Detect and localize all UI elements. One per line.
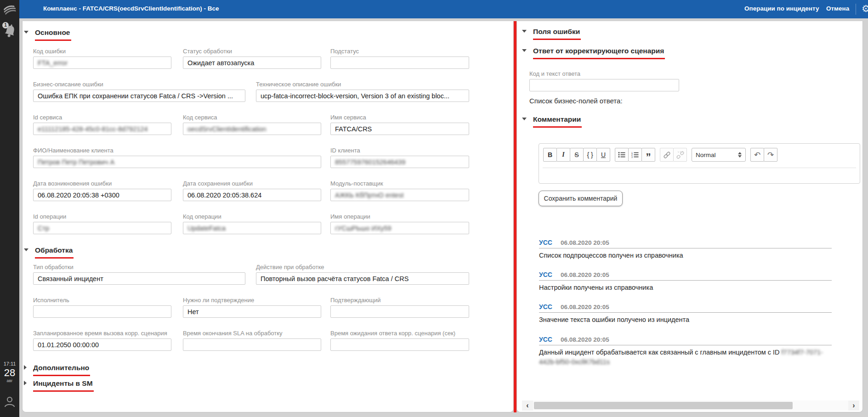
comment-item: УСС 06.08.2020 20:05 Настройки получены … <box>539 271 832 293</box>
confirmation-needed-input[interactable]: Нет <box>183 305 321 318</box>
comment-header: УСС 06.08.2020 20:05 <box>539 303 832 313</box>
sla-end-time-input[interactable] <box>183 338 321 351</box>
comment-author: УСС <box>539 271 552 278</box>
section-processing-header[interactable]: Обработка <box>24 246 74 259</box>
substatus-input[interactable] <box>330 56 469 69</box>
app-root: 1 17:11 28 авг Комплаенс - FATCA/CRS(oec… <box>0 0 868 417</box>
field-service-code: Код сервиса oecdSrvClientIdentification <box>183 114 321 135</box>
field-service-name: Имя сервиса FATCA/CRS <box>330 114 469 135</box>
unlink-button[interactable] <box>673 148 687 162</box>
response-code-input[interactable] <box>529 79 679 91</box>
confirmer-input[interactable] <box>330 305 469 318</box>
chevron-right-icon <box>24 381 27 385</box>
chevron-down-icon <box>522 30 527 33</box>
cancel-button[interactable]: Отмена <box>826 5 849 12</box>
processing-status-input[interactable]: Ожидает автозапуска <box>183 56 321 69</box>
section-response-header[interactable]: Ответ от корректирующего сценария <box>522 47 665 59</box>
save-comment-button[interactable]: Сохранить комментарий <box>539 191 623 206</box>
field-response-code: Код и текст ответа <box>529 70 679 91</box>
ordered-list-icon: 1 2 3 <box>631 152 639 158</box>
save-date-input[interactable]: 06.08.2020 20:05:38.624 <box>183 189 321 201</box>
redo-button[interactable]: ↷ <box>764 148 777 162</box>
service-name-input[interactable]: FATCA/CRS <box>330 123 469 135</box>
business-description-input[interactable]: Ошибка ЕПК при сохранении статусов Fatca… <box>33 90 245 102</box>
field-label: Техническое описание ошибки <box>256 81 469 88</box>
field-label: Код операции <box>183 213 321 220</box>
operation-id-input[interactable]: Стр <box>33 222 171 234</box>
field-label: Дата сохранения ошибки <box>183 180 321 187</box>
section-comments-header[interactable]: Комментарии <box>522 115 582 128</box>
topbar-divider <box>856 4 856 15</box>
executor-input[interactable] <box>33 305 171 318</box>
service-code-input[interactable]: oecdSrvClientIdentification <box>183 123 321 135</box>
comment-author: УСС <box>539 336 552 343</box>
section-additional-label: Дополнительно <box>33 364 90 376</box>
field-operation-name: Имя операции гУСшРЬшо ИХу59 <box>330 213 469 234</box>
service-id-input[interactable]: e11112185-428-45c0-81cc-8d792124 <box>33 123 171 135</box>
chevron-down-icon <box>522 49 527 52</box>
bullet-list-button[interactable] <box>615 148 629 162</box>
field-label: Дата возникновения ошибки <box>33 180 171 187</box>
field-scheduled-call-time: Запланированное время вызова корр. сцена… <box>33 330 171 351</box>
scrollbar-thumb[interactable] <box>534 402 793 409</box>
field-client-id: ID клиента 8557759760152646439 <box>330 147 469 168</box>
settings-gear-icon[interactable]: ⚙ <box>862 3 868 14</box>
technical-description-input[interactable]: ucp-fatca-incorrect-block-version, Versi… <box>256 90 469 102</box>
section-additional-header[interactable]: Дополнительно <box>24 364 90 376</box>
client-name-input[interactable]: Петров Петр Петрович А <box>33 156 321 168</box>
operation-code-input[interactable]: UpdateFatca <box>183 222 321 234</box>
notifications-bell-icon[interactable]: 1 <box>3 23 17 39</box>
bold-button[interactable]: B <box>543 148 557 162</box>
code-button[interactable]: { } <box>583 148 597 162</box>
field-operation-id: Id операции Стр <box>33 213 171 234</box>
field-label: Id операции <box>33 213 171 220</box>
operation-name-input[interactable]: гУСшРЬшо ИХу59 <box>330 222 469 234</box>
ordered-list-button[interactable]: 1 2 3 <box>628 148 642 162</box>
horizontal-scrollbar: ‹ › <box>522 400 859 411</box>
section-incidents-sm-header[interactable]: Инциденты в SM <box>24 379 94 392</box>
field-label: Нужно ли подтверждение <box>183 297 321 304</box>
link-button[interactable] <box>660 148 674 162</box>
field-error-code: Код ошибки FTA_error <box>33 48 171 69</box>
field-label: Время окончания SLA на обработку <box>183 330 321 337</box>
comment-text: Данный инцидент обрабатывается как связа… <box>539 348 832 367</box>
field-label: Бизнес-описание ошибки <box>33 81 245 88</box>
blockquote-button[interactable]: ” <box>641 148 655 162</box>
error-code-input[interactable]: FTA_error <box>33 56 171 69</box>
field-processing-status: Статус обработки Ожидает автозапуска <box>183 48 321 69</box>
select-updown-icon <box>738 152 742 158</box>
comment-item: УСС 06.08.2020 20:05 Список подпроцессов… <box>539 239 832 260</box>
section-error-fields-header[interactable]: Поля ошибки <box>522 28 581 40</box>
field-label: Имя операции <box>330 213 469 220</box>
comment-text-area[interactable] <box>543 169 856 181</box>
field-client-name: ФИО/Наименование клиента Петров Петр Пет… <box>33 147 321 168</box>
section-main-header[interactable]: Основное <box>24 28 71 41</box>
response-wait-time-input[interactable] <box>330 338 469 351</box>
incident-operations-button[interactable]: Операции по инциденту <box>744 5 819 12</box>
comment-item: УСС 06.08.2020 20:05 Значение текста оши… <box>539 303 832 325</box>
scroll-right-button[interactable]: › <box>848 400 859 411</box>
scheduled-call-time-input[interactable]: 01.01.2050 00:00:00 <box>33 338 171 351</box>
field-label: Исполнитель <box>33 297 171 304</box>
comment-editor[interactable]: B I S { } U 1 2 3 <box>539 143 860 184</box>
field-processing-type: Тип обработки Связанный инцидент <box>33 264 245 285</box>
field-confirmation-needed: Нужно ли подтверждение Нет <box>183 297 321 318</box>
section-response-label: Ответ от корректирующего сценария <box>533 47 665 59</box>
scrollbar-track[interactable] <box>533 400 848 411</box>
user-profile-icon[interactable] <box>4 396 15 408</box>
comment-author: УСС <box>539 239 552 246</box>
processing-type-input[interactable]: Связанный инцидент <box>33 272 245 285</box>
sberbank-logo-icon <box>2 2 17 17</box>
client-id-input[interactable]: 8557759760152646439 <box>330 156 469 168</box>
strikethrough-button[interactable]: S <box>570 148 584 162</box>
scroll-left-button[interactable]: ‹ <box>522 400 533 411</box>
format-select[interactable]: Normal <box>692 148 746 162</box>
supplier-module-input[interactable]: АЖКЬ КбПртнО entest <box>330 189 469 201</box>
field-sla-end-time: Время окончания SLA на обработку <box>183 330 321 351</box>
italic-button[interactable]: I <box>556 148 570 162</box>
rail-date-month: авг <box>0 378 19 383</box>
underline-button[interactable]: U <box>596 148 610 162</box>
undo-button[interactable]: ↶ <box>750 148 764 162</box>
processing-action-input[interactable]: Повторный вызов расчёта статусов Fatca /… <box>256 272 469 285</box>
error-date-input[interactable]: 06.08.2020 20:05:38 +0300 <box>33 189 171 201</box>
